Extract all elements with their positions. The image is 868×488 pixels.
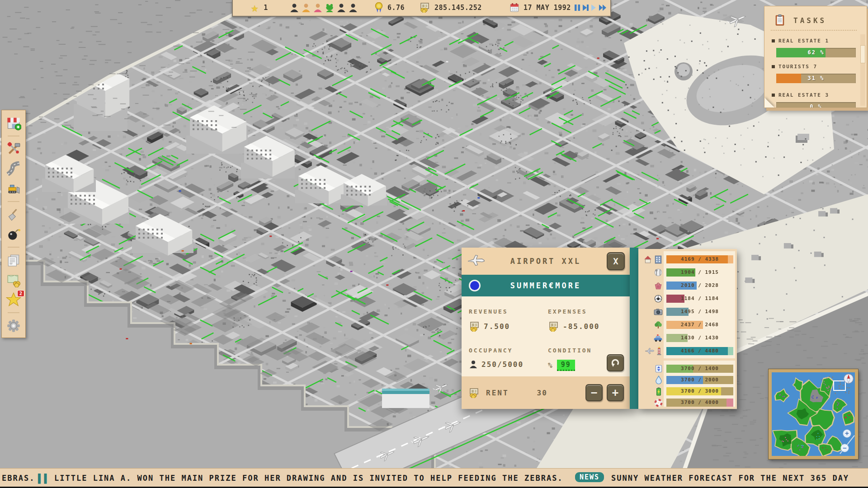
demolish-button[interactable] xyxy=(5,226,22,242)
bullet xyxy=(772,94,775,97)
panel-divider xyxy=(630,248,638,409)
build-button[interactable] xyxy=(5,115,22,131)
tasks-panel: TASKS REAL ESTATE 1 62 % TOURISTS 7 31 %… xyxy=(764,6,867,108)
expenses-value: -85.000 xyxy=(548,321,599,332)
road-icon xyxy=(6,161,21,176)
building-dialog: AIRPORT XXL X SUMMER€MORE REVENUES 7.500… xyxy=(462,248,630,409)
stats-row[interactable]: 4166 / 4480 xyxy=(638,345,737,357)
road-button[interactable] xyxy=(5,160,22,177)
stats-row[interactable]: 4169 / 4338 xyxy=(638,253,737,265)
news-button[interactable] xyxy=(5,252,22,268)
play-button[interactable] xyxy=(590,4,597,11)
person-icon xyxy=(469,360,478,369)
city-stats-panel: 4169 / 4338 1904 / 1915 2010 / 2028 1184… xyxy=(638,249,737,409)
recycling-icon xyxy=(655,364,663,373)
control-tower-icon xyxy=(656,347,663,356)
tasks-scrollbar[interactable] xyxy=(860,34,865,106)
fast-forward-button[interactable] xyxy=(599,4,605,11)
date-indicator: 17 MAY 1992 xyxy=(509,0,571,15)
person-icon xyxy=(289,3,299,13)
task-item[interactable]: REAL ESTATE 3 0 % xyxy=(772,92,856,108)
rent-decrease-button[interactable]: − xyxy=(585,384,603,401)
bulldozer-icon xyxy=(6,181,21,196)
money-value: 285.145.252 xyxy=(434,4,482,12)
bullet xyxy=(772,65,775,68)
shopping-basket-icon xyxy=(654,281,663,290)
stats-row[interactable]: 2437 / 2468 xyxy=(638,319,737,331)
bullet xyxy=(772,39,775,42)
owner-bar: SUMMER€MORE xyxy=(462,275,630,296)
rating-indicator: 6.76 xyxy=(374,0,405,15)
dialog-header: AIRPORT XXL X xyxy=(462,248,630,275)
achievement-badge: 2 xyxy=(17,290,24,297)
person-icon xyxy=(301,3,311,13)
task-progress-bar: 62 % xyxy=(776,48,856,57)
finance-map-icon xyxy=(6,273,21,287)
divider xyxy=(8,136,19,136)
step-button[interactable] xyxy=(582,4,589,11)
task-percent: 62 % xyxy=(776,48,856,57)
close-button[interactable]: X xyxy=(607,252,625,270)
revenues-value: 7.500 xyxy=(469,321,510,332)
compass-icon xyxy=(843,373,854,384)
stats-row[interactable]: 1904 / 1915 xyxy=(638,267,737,278)
bomb-icon xyxy=(6,227,21,241)
status-bar: ★ 1 6.76 285.145.252 17 MAY 1992 xyxy=(232,0,611,17)
task-percent: 0 % xyxy=(776,102,856,108)
stats-row[interactable]: 2010 / 2028 xyxy=(638,280,737,291)
occupancy-value: 250/5000 xyxy=(469,360,524,369)
dialog-body: REVENUES 7.500 EXPENSES -85.000 OCCUPANC… xyxy=(462,296,630,376)
achievements-button[interactable]: 2 xyxy=(5,292,22,308)
expenses-label: EXPENSES xyxy=(548,308,587,315)
stats-row[interactable]: 3700 / 1400 xyxy=(638,363,737,375)
task-progress-bar: 0 % xyxy=(776,102,856,108)
condition-label: CONDITION xyxy=(548,347,592,354)
money-icon xyxy=(469,321,480,332)
stats-row[interactable]: 1184 / 1184 xyxy=(638,293,737,305)
dialog-title: AIRPORT XXL xyxy=(462,257,630,266)
city-map[interactable] xyxy=(0,0,868,488)
pause-button[interactable] xyxy=(574,4,581,11)
ticker-headline: LITTLE LINA A. WON THE MAIN PRIZE FOR HE… xyxy=(54,474,563,483)
task-item[interactable]: REAL ESTATE 1 62 % xyxy=(772,38,856,57)
dialog-footer: RENT 30 − + xyxy=(462,376,630,409)
finances-button[interactable] xyxy=(5,272,22,288)
task-label: REAL ESTATE 3 xyxy=(778,92,829,98)
stats-row[interactable]: 3700 / 3000 xyxy=(638,385,737,397)
tree-icon xyxy=(654,320,663,329)
level-indicator: ★ 1 xyxy=(251,0,268,15)
tools-icon xyxy=(6,142,21,156)
person-icon xyxy=(336,3,346,13)
stats-row[interactable]: 3700 / 4000 xyxy=(638,397,737,408)
star-icon: ★ xyxy=(251,0,258,14)
terrain-button[interactable] xyxy=(5,206,22,223)
stats-row[interactable]: 1495 / 1498 xyxy=(638,306,737,318)
stats-row[interactable]: 1430 / 1430 xyxy=(638,332,737,344)
divider xyxy=(8,247,19,248)
date-value: 17 MAY 1992 xyxy=(524,4,571,12)
occupancy-label: OCCUPANCY xyxy=(469,347,513,354)
settings-button[interactable] xyxy=(5,318,22,334)
bulldozer-button[interactable] xyxy=(5,180,22,197)
rent-value: 30 xyxy=(537,389,547,397)
rating-value: 6.76 xyxy=(387,4,405,12)
minimap[interactable]: + − xyxy=(769,369,858,459)
airplane-icon xyxy=(645,347,655,355)
newspaper-icon xyxy=(6,253,21,267)
zoom-out-button[interactable]: − xyxy=(840,444,849,452)
stats-row[interactable]: 3700 / 2000 xyxy=(638,374,737,386)
ticker-text: EBRAS. xyxy=(2,474,35,483)
gear-icon xyxy=(6,319,21,333)
level-value: 1 xyxy=(264,4,268,12)
rotate-button[interactable] xyxy=(607,354,624,371)
zoom-in-button[interactable]: + xyxy=(843,429,851,438)
soccer-ball-icon xyxy=(654,294,663,303)
condition-value: %99 xyxy=(548,360,575,371)
news-badge: NEWS xyxy=(575,472,604,482)
rent-increase-button[interactable]: + xyxy=(607,384,624,401)
task-item[interactable]: TOURISTS 7 31 % xyxy=(772,64,856,83)
task-progress-bar: 31 % xyxy=(776,74,856,83)
repair-button[interactable] xyxy=(5,141,22,157)
shovel-icon xyxy=(6,207,21,222)
building-icon xyxy=(654,255,663,264)
